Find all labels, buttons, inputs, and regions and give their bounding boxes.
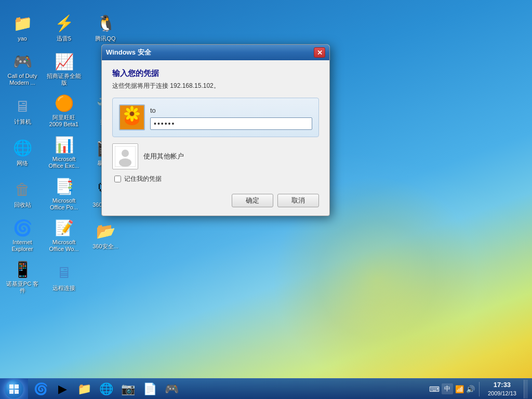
network-icon: 🌐 — [12, 138, 33, 158]
username-display: to — [150, 105, 312, 115]
desktop-icon-ppt[interactable]: 📑 Microsoft Office Po... — [44, 174, 84, 214]
desktop-icon-recycle[interactable]: 🗑 回收站 — [3, 174, 42, 214]
taskbar-items: 🌀 ▶ 📁 🌐 📷 📄 🎮 — [28, 379, 184, 399]
taskbar-docs-icon[interactable]: 📄 — [139, 380, 160, 398]
dialog-subtext: 这些凭据将用于连接 192.168.15.102。 — [112, 82, 319, 90]
other-account-label: 使用其他帐户 — [143, 152, 184, 161]
desktop-icon-aliwangwang-label: 阿里旺旺2009 Beta1 — [47, 114, 81, 128]
desktop-icon-network-label: 网络 — [17, 160, 28, 167]
user-avatar — [119, 104, 145, 130]
desktop-icon-cod[interactable]: 🎮 Call of Duty Modern ... — [3, 49, 42, 89]
ppt-icon: 📑 — [54, 177, 74, 196]
recycle-bin-icon: 🗑 — [12, 179, 33, 200]
start-orb — [5, 380, 23, 398]
taskbar-games-icon[interactable]: 🎮 — [161, 380, 182, 398]
svg-point-12 — [130, 112, 134, 116]
clock-area[interactable]: 17:33 2009/12/13 — [484, 379, 521, 399]
desktop-icon-ie-label: Internet Explorer — [5, 239, 39, 252]
desktop-icon-word[interactable]: 📝 Microsoft Office Wo... — [44, 216, 84, 255]
desktop-icon-yao-label: yao — [18, 35, 27, 42]
svg-rect-19 — [15, 390, 19, 394]
windows-security-dialog: Windows 安全 ✕ 输入您的凭据 这些凭据将用于连接 192.168.15… — [101, 44, 330, 216]
desktop-icon-qq-label: 腾讯QQ — [95, 35, 115, 42]
desktop-icon-zhaoshang[interactable]: 📈 招商证券全能版 — [44, 49, 84, 89]
remember-row: 记住我的凭据 — [112, 175, 319, 183]
desktop-icon-excel[interactable]: 📊 Microsoft Office Exc... — [44, 132, 84, 172]
windows-logo-icon — [9, 384, 19, 394]
credential-box: to — [112, 98, 319, 137]
svg-point-15 — [119, 158, 131, 167]
dialog-buttons: 确定 取消 — [112, 192, 319, 207]
svg-rect-17 — [15, 384, 19, 389]
remember-label: 记住我的凭据 — [124, 175, 162, 183]
desktop-icon-excel-label: Microsoft Office Exc... — [47, 156, 81, 169]
svg-point-6 — [135, 112, 140, 115]
desktop-icon-nubia-label: 诺基亚PC 客件 — [5, 281, 39, 294]
credential-inputs: to — [150, 105, 312, 130]
taskbar-network-icon[interactable]: 🌐 — [96, 380, 116, 398]
start-button[interactable] — [0, 379, 28, 400]
desktop-icon-computer-label: 计算机 — [14, 118, 31, 125]
notification-area: ⌨ 中 📶 🔊 — [429, 383, 475, 394]
tray-volume-icon[interactable]: 🔊 — [466, 385, 475, 393]
taskbar-ie-icon[interactable]: 🌀 — [30, 380, 51, 398]
desktop-icon-360folder[interactable]: 📂 360安全... — [86, 216, 125, 255]
avatar-image — [120, 105, 144, 129]
dialog-close-button[interactable]: ✕ — [314, 47, 325, 58]
password-input[interactable] — [150, 117, 312, 130]
svg-point-8 — [130, 116, 134, 122]
dialog-body: 输入您的凭据 这些凭据将用于连接 192.168.15.102。 — [102, 60, 329, 216]
desktop-icon-ppt-label: Microsoft Office Po... — [47, 197, 81, 211]
dialog-heading: 输入您的凭据 — [112, 69, 319, 78]
cod-icon: 🎮 — [12, 52, 33, 71]
desktop-icon-360folder-label: 360安全... — [92, 243, 118, 250]
other-account-svg — [115, 146, 136, 167]
dialog-title: Windows 安全 — [106, 48, 313, 57]
desktop-icon-yao[interactable]: 📁 yao — [3, 8, 42, 47]
desktop-icon-xunlei-label: 迅雷5 — [57, 35, 71, 42]
computer-icon: 🖥 — [12, 96, 33, 117]
system-tray: ⌨ 中 📶 🔊 17:33 2009/12/13 — [425, 379, 532, 399]
desktop-icon-network[interactable]: 🌐 网络 — [3, 132, 42, 172]
credential-row: to — [119, 104, 312, 130]
word-icon: 📝 — [54, 218, 74, 237]
desktop-icon-xunlei[interactable]: ⚡ 迅雷5 — [44, 8, 84, 47]
ie-desktop-icon: 🌀 — [12, 218, 33, 237]
taskbar: 🌀 ▶ 📁 🌐 📷 📄 🎮 ⌨ 中 📶 🔊 17:33 2009/12/13 — [0, 378, 532, 399]
desktop-icon-qq[interactable]: 🐧 腾讯QQ — [86, 8, 125, 47]
tray-network-status-icon[interactable]: 📶 — [455, 385, 464, 393]
360folder-icon: 📂 — [95, 221, 116, 242]
taskbar-camera-icon[interactable]: 📷 — [117, 380, 138, 398]
tray-lang-indicator[interactable]: 中 — [442, 383, 453, 394]
cancel-button[interactable]: 取消 — [277, 194, 319, 207]
desktop-icon-remote[interactable]: 🖥 远程连接 — [44, 257, 84, 297]
desktop-icon-remote-label: 远程连接 — [52, 285, 75, 291]
desktop: 📁 yao ⚡ 迅雷5 🐧 腾讯QQ 🎮 Call of Duty Modern… — [0, 0, 532, 399]
desktop-icon-ie[interactable]: 🌀 Internet Explorer — [3, 216, 42, 255]
remote-icon: 🖥 — [54, 262, 74, 283]
desktop-icon-computer[interactable]: 🖥 计算机 — [3, 91, 42, 130]
qq-icon: 🐧 — [95, 13, 116, 34]
taskbar-media-icon[interactable]: ▶ — [52, 380, 73, 398]
nubia-icon: 📱 — [12, 260, 33, 279]
folder-icon: 📁 — [12, 13, 33, 34]
confirm-button[interactable]: 确定 — [232, 194, 273, 207]
taskbar-explorer-icon[interactable]: 📁 — [74, 380, 95, 398]
desktop-icon-nubia[interactable]: 📱 诺基亚PC 客件 — [3, 257, 42, 297]
svg-point-10 — [124, 112, 129, 115]
desktop-icon-word-label: Microsoft Office Wo... — [47, 239, 81, 252]
tray-keyboard-icon[interactable]: ⌨ — [429, 385, 440, 393]
other-account-icon — [112, 143, 138, 169]
clock-time: 17:33 — [494, 381, 511, 390]
desktop-icon-recycle-label: 回收站 — [14, 202, 31, 208]
stocks-icon: 📈 — [54, 52, 74, 71]
svg-rect-16 — [9, 384, 14, 389]
show-desktop-button[interactable] — [524, 380, 528, 398]
desktop-icon-aliwangwang[interactable]: 🟠 阿里旺旺2009 Beta1 — [44, 91, 84, 130]
svg-point-4 — [130, 106, 134, 111]
clock-date: 2009/12/13 — [488, 390, 516, 397]
desktop-icon-cod-label: Call of Duty Modern ... — [5, 73, 39, 86]
other-account-row[interactable]: 使用其他帐户 — [112, 143, 319, 169]
xunlei-icon: ⚡ — [54, 13, 74, 34]
remember-checkbox[interactable] — [114, 176, 121, 182]
